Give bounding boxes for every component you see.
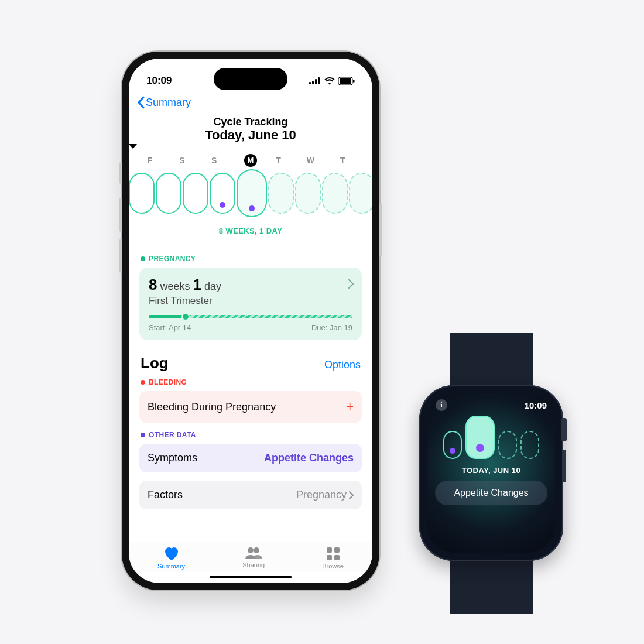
watch-cycle-row[interactable] [443,416,539,459]
cycle-day-oval[interactable] [322,173,348,214]
bleeding-row[interactable]: Bleeding During Pregnancy + [139,391,362,423]
day-today: M [244,154,257,167]
watch-time: 10:09 [525,400,547,410]
pregnancy-category-label: PREGNANCY [129,255,372,268]
iphone-device: 10:09 [122,52,379,590]
cellular-icon [309,77,321,84]
info-icon[interactable]: i [436,399,447,411]
day-s1: S [170,156,194,165]
day-t2: T [331,156,354,165]
factors-value: Pregnancy [296,489,347,501]
watch-cycle-today-oval[interactable] [465,416,495,459]
watch-screen: i 10:09 TODAY, JUN 10 Appetite Changes [427,393,555,553]
cycle-scroll[interactable] [129,169,372,222]
watch-body: i 10:09 TODAY, JUN 10 Appetite Changes [419,385,563,561]
phone-screen: 10:09 [129,59,372,583]
svg-point-7 [248,547,254,553]
svg-rect-5 [340,78,351,84]
day-w: W [299,156,322,165]
log-title: Log [141,354,169,372]
factors-row[interactable]: Factors Pregnancy [139,481,362,509]
svg-rect-10 [334,547,340,553]
start-date: Start: Apr 14 [149,323,191,332]
home-indicator[interactable] [210,576,292,578]
tab-summary[interactable]: Summary [157,547,185,570]
cycle-day-oval[interactable] [210,173,235,214]
digital-crown [561,418,567,441]
people-icon [245,547,262,560]
svg-rect-1 [312,81,314,84]
battery-icon [338,77,355,85]
apple-watch-device: i 10:09 TODAY, JUN 10 Appetite Changes [415,333,568,614]
separator [139,246,362,246]
watch-side-button [562,450,566,482]
watch-cycle-oval[interactable] [520,431,539,459]
due-date: Due: Jan 19 [311,323,352,332]
svg-rect-9 [327,547,332,553]
plus-icon[interactable]: + [346,399,354,415]
tab-sharing[interactable]: Sharing [242,547,265,570]
cycle-day-oval[interactable] [295,173,321,214]
phone-volume-up [119,198,122,232]
category-dot-icon [141,433,145,437]
pregnancy-duration: 8 weeks 1 day [149,276,352,294]
data-dot-icon [220,202,225,208]
tab-bar: Summary Sharing Browse [129,542,372,572]
watch-cycle-oval[interactable] [443,431,462,459]
pregnancy-progress: Start: Apr 14 Due: Jan 19 [149,315,352,332]
symptoms-value: Appetite Changes [264,452,354,464]
cycle-day-oval[interactable] [349,173,372,214]
progress-thumb-icon [181,313,190,321]
watch-band [450,333,533,391]
day-f: F [138,156,162,165]
trimester-label: First Trimester [149,295,352,307]
day-s2: S [203,156,226,165]
grid-icon [326,547,340,561]
watch-today-label: TODAY, JUN 10 [462,466,520,475]
day-t1: T [266,156,290,165]
watch-cycle-oval[interactable] [498,431,517,459]
category-dot-icon [141,380,145,385]
chevron-right-icon [348,279,354,289]
phone-mute-switch [119,163,122,184]
cycle-day-today-oval[interactable] [237,169,267,217]
chevron-left-icon [137,96,145,109]
data-dot-icon [476,444,484,452]
phone-power-button [379,204,382,256]
svg-rect-0 [309,82,311,84]
svg-rect-11 [327,555,332,560]
symptoms-row[interactable]: Symptoms Appetite Changes [139,444,362,472]
svg-rect-2 [315,79,317,84]
watch-band [450,555,533,614]
category-dot-icon [141,256,145,261]
weeks-caption: 8 WEEKS, 1 DAY [129,227,372,235]
svg-rect-6 [353,80,355,83]
tab-browse[interactable]: Browse [322,547,344,570]
wifi-icon [324,77,335,85]
svg-rect-3 [318,77,320,84]
data-dot-icon [450,448,455,454]
day-labels: F S S M T W T [129,149,372,169]
heart-icon [163,547,180,561]
pregnancy-card[interactable]: 8 weeks 1 day First Trimester [139,268,362,340]
cycle-day-oval[interactable] [156,173,181,214]
other-data-category-label: OTHER DATA [129,431,372,444]
bleeding-row-label: Bleeding During Pregnancy [148,401,276,413]
bleeding-category-label: BLEEDING [129,378,372,391]
today-title: Today, June 10 [129,128,372,143]
chevron-right-icon [349,491,354,499]
watch-symptom-pill[interactable]: Appetite Changes [435,481,547,505]
today-caret-icon [129,144,372,149]
back-button[interactable]: Summary [137,96,191,109]
symptoms-row-label: Symptoms [148,452,197,464]
phone-volume-down [119,239,122,273]
cycle-day-oval[interactable] [268,173,294,214]
back-label: Summary [146,97,191,109]
log-options-button[interactable]: Options [324,359,361,371]
cycle-day-oval[interactable] [129,173,155,214]
status-time: 10:09 [146,75,172,87]
factors-row-label: Factors [148,489,183,501]
svg-point-8 [254,547,259,553]
data-dot-icon [249,205,255,211]
cycle-day-oval[interactable] [183,173,208,214]
